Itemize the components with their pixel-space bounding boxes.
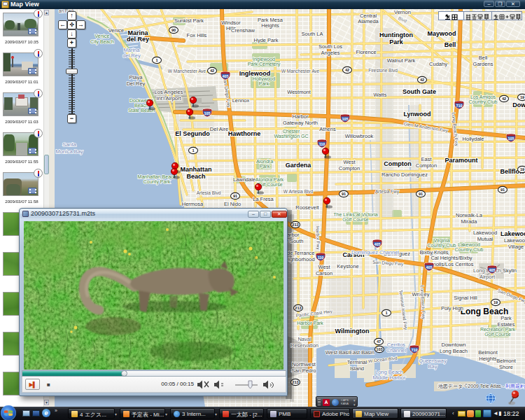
svg-text:Compton: Compton xyxy=(384,160,412,167)
svg-text:Country Club: Country Club xyxy=(428,243,456,248)
svg-text:Downtown: Downtown xyxy=(441,342,465,348)
svg-text:213: 213 xyxy=(295,306,301,310)
svg-text:Paramount: Paramount xyxy=(444,157,477,164)
svg-text:Westmont: Westmont xyxy=(287,89,312,95)
svg-text:Island: Island xyxy=(350,365,364,372)
svg-text:Park: Park xyxy=(259,81,270,86)
svg-text:Roosevelt: Roosevelt xyxy=(295,204,319,211)
svg-text:Firestone Blvd: Firestone Blvd xyxy=(368,68,398,73)
svg-text:19: 19 xyxy=(520,167,524,172)
svg-text:105: 105 xyxy=(342,117,349,121)
svg-text:del Rey: del Rey xyxy=(127,36,149,43)
svg-text:Park: Park xyxy=(500,315,512,321)
svg-text:Skylin: Skylin xyxy=(503,267,517,274)
svg-text:Belmont: Belmont xyxy=(478,349,498,356)
svg-text:Lakewood: Lakewood xyxy=(473,230,497,236)
svg-text:Vernon: Vernon xyxy=(394,9,411,15)
svg-text:Reservation: Reservation xyxy=(290,342,318,349)
svg-text:Bay: Bay xyxy=(428,363,438,370)
svg-text:405: 405 xyxy=(223,74,229,78)
svg-text:Lakewood: Lakewood xyxy=(500,230,525,237)
svg-text:Int'l Airport: Int'l Airport xyxy=(156,95,181,102)
svg-text:405: 405 xyxy=(426,265,433,270)
svg-text:Manhattan: Manhattan xyxy=(181,166,212,173)
svg-text:Park: Park xyxy=(260,164,270,169)
svg-text:La Fresa: La Fresa xyxy=(253,196,274,202)
svg-text:W Manchester Ave: W Manchester Ave xyxy=(281,69,320,74)
svg-text:Northwest: Northwest xyxy=(292,361,316,368)
svg-text:Sunkist Park: Sunkist Park xyxy=(174,18,204,24)
svg-text:Compton: Compton xyxy=(339,165,360,172)
svg-text:1: 1 xyxy=(192,148,194,153)
svg-text:West: West xyxy=(318,264,331,270)
svg-text:710: 710 xyxy=(412,348,418,352)
svg-text:110: 110 xyxy=(318,255,324,260)
svg-text:South LA: South LA xyxy=(302,31,323,37)
svg-text:San Pedro: San Pedro xyxy=(291,368,316,374)
svg-text:Naval: Naval xyxy=(298,336,312,342)
svg-text:710: 710 xyxy=(456,104,463,108)
svg-text:El Nido: El Nido xyxy=(224,201,241,207)
svg-text:West Basin: West Basin xyxy=(326,349,352,356)
svg-text:Keystone: Keystone xyxy=(337,263,358,270)
svg-text:Santa: Santa xyxy=(62,141,76,148)
svg-text:Long Beach: Long Beach xyxy=(473,267,501,274)
svg-text:Venice: Venice xyxy=(108,27,125,34)
svg-text:Knolls/Los Cerritos: Knolls/Los Cerritos xyxy=(430,261,474,267)
svg-text:East Basin: East Basin xyxy=(349,349,374,356)
svg-text:Hollydale: Hollydale xyxy=(463,136,484,142)
svg-text:South Gate: South Gate xyxy=(402,88,436,95)
svg-text:W Manchester Ave: W Manchester Ave xyxy=(168,69,206,74)
svg-text:Middle Harbor: Middle Harbor xyxy=(372,374,406,381)
svg-text:91: 91 xyxy=(342,192,346,196)
svg-text:1: 1 xyxy=(155,58,158,62)
svg-text:105: 105 xyxy=(508,136,514,141)
svg-text:Del Rey: Del Rey xyxy=(127,80,146,87)
svg-text:Downe: Downe xyxy=(512,102,525,108)
svg-text:Hawthorne: Hawthorne xyxy=(228,130,261,137)
svg-text:Playa: Playa xyxy=(130,74,144,80)
svg-text:110: 110 xyxy=(319,142,326,146)
svg-text:Shore: Shore xyxy=(499,364,513,370)
svg-text:Los Angeles: Los Angeles xyxy=(155,89,183,95)
svg-text:Hyde Park: Hyde Park xyxy=(253,37,278,43)
svg-text:Manhattan Beach: Manhattan Beach xyxy=(138,174,176,179)
svg-text:The Links at Victoria: The Links at Victoria xyxy=(333,212,377,217)
svg-text:West: West xyxy=(344,159,356,165)
svg-text:Cal Heights/Bixby: Cal Heights/Bixby xyxy=(430,255,472,261)
svg-text:Alondra Park: Alondra Park xyxy=(255,177,284,182)
svg-text:Lynwood: Lynwood xyxy=(403,111,430,118)
svg-text:Rancho Dominguez: Rancho Dominguez xyxy=(382,172,428,178)
svg-text:Lennox: Lennox xyxy=(232,97,250,104)
svg-text:East: East xyxy=(421,156,432,162)
svg-text:213: 213 xyxy=(292,380,298,384)
svg-text:Lakewood: Lakewood xyxy=(504,237,525,244)
svg-text:Gardens: Gardens xyxy=(473,61,493,67)
svg-text:Lakewood: Lakewood xyxy=(458,242,480,247)
svg-text:Gardena: Gardena xyxy=(286,162,312,169)
svg-text:Hermosa: Hermosa xyxy=(182,201,204,207)
svg-text:County Park: County Park xyxy=(144,179,171,185)
svg-text:Willowbrook: Willowbrook xyxy=(345,133,374,139)
svg-text:Fox Hills: Fox Hills xyxy=(187,32,207,38)
svg-text:Artesia Blvd: Artesia Blvd xyxy=(197,190,221,195)
svg-text:213: 213 xyxy=(292,223,298,227)
svg-text:Lawndale: Lawndale xyxy=(233,176,255,183)
svg-text:Carson: Carson xyxy=(316,270,332,276)
svg-text:Airport: Airport xyxy=(479,274,496,280)
svg-text:Chester: Chester xyxy=(283,129,300,134)
svg-text:Beach: Beach xyxy=(186,173,205,180)
svg-text:Alondra: Alondra xyxy=(256,159,273,164)
svg-text:Walnut Park: Walnut Park xyxy=(387,57,416,64)
svg-text:Watts: Watts xyxy=(374,92,387,98)
svg-text:Village: Village xyxy=(508,244,524,250)
svg-text:Huntington: Huntington xyxy=(379,31,413,38)
svg-text:Cudahy: Cudahy xyxy=(429,61,447,67)
svg-text:Bixby Knolls: Bixby Knolls xyxy=(420,249,449,255)
svg-text:El Segundo: El Segundo xyxy=(175,130,210,137)
svg-text:19: 19 xyxy=(493,300,498,304)
svg-text:405: 405 xyxy=(374,242,381,246)
svg-text:Golf Course: Golf Course xyxy=(342,217,368,222)
svg-text:42: 42 xyxy=(210,69,214,73)
svg-text:del Rey: del Rey xyxy=(122,52,141,59)
